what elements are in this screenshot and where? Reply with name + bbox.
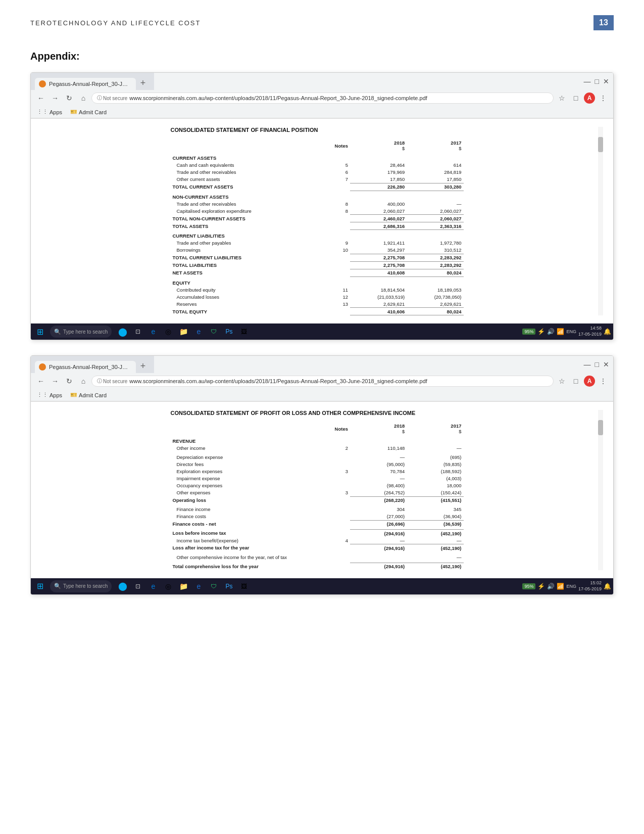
- scrollbar-1[interactable]: [598, 127, 603, 315]
- address-input-2[interactable]: ⓘ Not secure www.scorpionminerals.com.au…: [91, 376, 554, 387]
- extensions-icon-2[interactable]: □: [570, 375, 582, 387]
- bookmark-admit-card-2[interactable]: 🎫 Admit Card: [68, 391, 109, 399]
- profile-icon-2[interactable]: A: [584, 376, 595, 387]
- close-button-2[interactable]: ✕: [603, 360, 609, 368]
- close-button-1[interactable]: ✕: [603, 77, 609, 85]
- appendix-heading: Appendix:: [0, 35, 644, 72]
- table-row: Exploration expenses 3 70,784 (188,592): [171, 468, 464, 475]
- taskbar-search-2[interactable]: 🔍 Type here to search: [50, 580, 112, 592]
- col-description-header: [171, 139, 313, 152]
- taskbar-ie-1[interactable]: e: [191, 325, 206, 339]
- scrollbar-thumb-1: [598, 137, 603, 152]
- taskbar-cortana-1[interactable]: ⬤: [116, 325, 130, 339]
- col-2018-header: 2018$: [350, 139, 407, 152]
- taskbar-app7-2[interactable]: 🖼: [237, 579, 251, 593]
- taskbar-search-text-1: Type here to search: [63, 329, 108, 335]
- minimize-button-1[interactable]: —: [584, 77, 591, 85]
- taskbar-app5-2[interactable]: 🛡: [207, 579, 221, 593]
- notif-icon-1[interactable]: 🔔: [604, 328, 611, 335]
- extensions-icon-1[interactable]: □: [570, 92, 582, 104]
- apps-icon-2: ⋮⋮: [37, 392, 48, 398]
- taskbar-folder-1[interactable]: 📁: [176, 325, 190, 339]
- table-row: Contributed equity 11 18,814,504 18,189,…: [171, 286, 464, 293]
- browser-content-2: CONSOLIDATED STATEMENT OF PROFIT OR LOSS…: [31, 402, 613, 578]
- refresh-button-2[interactable]: ↻: [63, 375, 75, 387]
- forward-button-1[interactable]: →: [49, 92, 61, 104]
- taskbar-chrome-1[interactable]: ◎: [161, 325, 175, 339]
- browser-content-1: CONSOLIDATED STATEMENT OF FINANCIAL POSI…: [31, 119, 613, 323]
- sys-icon-plug-1: ⚡: [537, 328, 545, 335]
- lang-text-1: ENG: [566, 329, 576, 334]
- taskbar-chrome-2[interactable]: ◎: [161, 579, 175, 593]
- table-row: Finance income 304 345: [171, 506, 464, 513]
- windows-start-1[interactable]: ⊞: [33, 325, 47, 339]
- taskbar-task-view-1[interactable]: ⊡: [131, 325, 145, 339]
- new-tab-button-2[interactable]: +: [136, 359, 150, 373]
- sys-icon-net-1: 🔊: [547, 328, 555, 335]
- bookmarks-bar-2: ⋮⋮ Apps 🎫 Admit Card: [31, 389, 613, 401]
- lang-text-2: ENG: [566, 584, 576, 589]
- col-description-header-2: [171, 422, 313, 435]
- menu-icon-2[interactable]: ⋮: [597, 375, 609, 387]
- taskbar-search-1[interactable]: 🔍 Type here to search: [50, 326, 112, 338]
- taskbar-photoshop-1[interactable]: Ps: [222, 325, 236, 339]
- minimize-button-2[interactable]: —: [584, 360, 591, 368]
- windows-start-2[interactable]: ⊞: [33, 579, 47, 593]
- bookmark-star-1[interactable]: ☆: [556, 92, 568, 104]
- home-button-1[interactable]: ⌂: [77, 92, 89, 104]
- maximize-button-1[interactable]: □: [595, 77, 599, 85]
- maximize-button-2[interactable]: □: [595, 360, 599, 368]
- table-row: Accumulated losses 12 (21,033,519) (20,7…: [171, 293, 464, 300]
- bookmark-star-2[interactable]: ☆: [556, 375, 568, 387]
- window-controls-1: — □ ✕: [580, 75, 613, 87]
- back-button-2[interactable]: ←: [35, 375, 47, 387]
- table-row: CURRENT LIABILITIES: [171, 230, 464, 240]
- info-icon-2: ⓘ: [97, 378, 102, 385]
- profile-icon-1[interactable]: A: [584, 92, 595, 104]
- taskbar-ie-2[interactable]: e: [191, 579, 206, 593]
- menu-icon-1[interactable]: ⋮: [597, 92, 609, 104]
- taskbar-edge-1[interactable]: e: [146, 325, 160, 339]
- taskbar-task-view-2[interactable]: ⊡: [131, 579, 145, 593]
- apps-icon-1: ⋮⋮: [37, 109, 48, 115]
- scrollbar-2[interactable]: [598, 410, 603, 570]
- taskbar-edge-2[interactable]: e: [146, 579, 160, 593]
- tab-favicon-2: [39, 363, 46, 370]
- taskbar-right-2: 95% ⚡ 🔊 📶 ENG 15:02 17-05-2019 🔔: [522, 580, 611, 592]
- table-row: CURRENT ASSETS: [171, 152, 464, 162]
- forward-button-2[interactable]: →: [49, 375, 61, 387]
- sys-icon-net-2: 🔊: [547, 583, 555, 590]
- sys-icon-plug-2: ⚡: [537, 583, 545, 590]
- refresh-button-1[interactable]: ↻: [63, 92, 75, 104]
- taskbar-search-text-2: Type here to search: [63, 583, 108, 589]
- taskbar-app5-1[interactable]: 🛡: [207, 325, 221, 339]
- notif-icon-2[interactable]: 🔔: [604, 583, 611, 590]
- table-header-row-2: Notes 2018$ 2017$: [171, 422, 464, 435]
- browser-tab-1[interactable]: Pegasus-Annual-Report_30-Jun... ×: [35, 78, 136, 90]
- table-row: TOTAL LIABILITIES 2,275,708 2,283,292: [171, 261, 464, 269]
- browser-tab-2[interactable]: Pegasus-Annual-Report_30-Jun... ×: [35, 361, 136, 373]
- url-text-1: www.scorpionminerals.com.au/wp-content/u…: [129, 95, 427, 101]
- browser-tabs-1: Pegasus-Annual-Report_30-Jun... × +: [31, 73, 154, 90]
- sys-icon-wifi-1: 📶: [557, 328, 564, 335]
- table-row: Trade and other receivables 6 179,969 28…: [171, 169, 464, 176]
- bookmark-admit-card-1[interactable]: 🎫 Admit Card: [68, 108, 109, 116]
- taskbar-right-1: 95% ⚡ 🔊 📶 ENG 14:58 17-05-2019 🔔: [522, 326, 611, 337]
- table-row: Trade and other payables 9 1,921,411 1,9…: [171, 240, 464, 247]
- table-row: TOTAL ASSETS 2,686,316 2,363,316: [171, 222, 464, 230]
- financial-statement-2: CONSOLIDATED STATEMENT OF PROFIT OR LOSS…: [171, 410, 464, 570]
- home-button-2[interactable]: ⌂: [77, 375, 89, 387]
- taskbar-folder-2[interactable]: 📁: [176, 579, 190, 593]
- table-row: Finance costs (27,000) (36,904): [171, 513, 464, 521]
- bookmark-apps-2[interactable]: ⋮⋮ Apps: [35, 391, 64, 399]
- taskbar-photoshop-2[interactable]: Ps: [222, 579, 236, 593]
- browser-actions-1: ☆ □ A ⋮: [556, 92, 609, 104]
- taskbar-app7-1[interactable]: 🖼: [237, 325, 251, 339]
- back-button-1[interactable]: ←: [35, 92, 47, 104]
- taskbar-cortana-2[interactable]: ⬤: [116, 579, 130, 593]
- address-input-1[interactable]: ⓘ Not secure www.scorpionminerals.com.au…: [91, 92, 554, 104]
- table-row: Other income 2 110,148 —: [171, 445, 464, 452]
- new-tab-button-1[interactable]: +: [136, 76, 150, 90]
- bookmark-apps-1[interactable]: ⋮⋮ Apps: [35, 108, 64, 116]
- col-2017-header: 2017$: [407, 139, 463, 152]
